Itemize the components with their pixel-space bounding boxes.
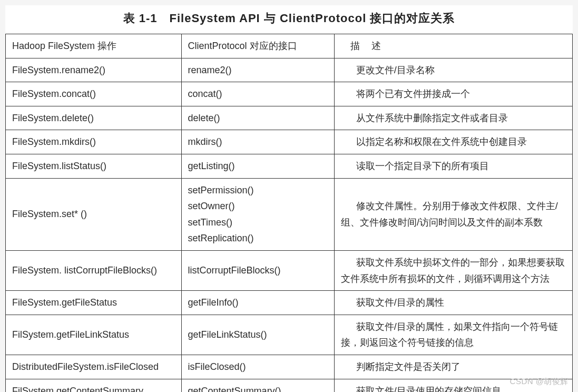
cell-fs: FileSystem. listCorruptFileBlocks()	[6, 250, 182, 290]
cell-fs: FileSystem.mkdirs()	[6, 130, 182, 154]
header-clientprotocol: ClientProtocol 对应的接口	[181, 34, 335, 58]
table-row: DistributedFileSystem.isFileClosed isFil…	[6, 355, 573, 379]
cell-cp: getContentSummary()	[181, 379, 335, 392]
cell-cp: rename2()	[181, 58, 335, 82]
cell-desc: 修改文件属性。分别用于修改文件权限、文件主/组、文件修改时间/访问时间以及文件的…	[335, 178, 573, 250]
cell-cp: getListing()	[181, 154, 335, 178]
header-filesystem-op: Hadoop FileSystem 操作	[6, 34, 182, 58]
cell-desc: 判断指定文件是否关闭了	[335, 355, 573, 379]
cell-cp: listCorruptFileBlocks()	[181, 250, 335, 290]
watermark-text: CSDN @胡俊辉	[510, 377, 569, 387]
table-row: FileSystem.set* () setPermission() setOw…	[6, 178, 573, 250]
cell-desc: 从文件系统中删除指定文件或者目录	[335, 106, 573, 130]
cell-desc: 读取一个指定目录下的所有项目	[335, 154, 573, 178]
header-description: 描述	[335, 34, 573, 58]
table-row: FileSystem.mkdirs() mkdirs() 以指定名称和权限在文件…	[6, 130, 573, 154]
cell-fs: FileSystem.set* ()	[6, 178, 182, 250]
cell-cp: setPermission() setOwner() setTimes() se…	[181, 178, 335, 250]
cell-fs: FileSystem.listStatus()	[6, 154, 182, 178]
cell-desc: 将两个已有文件拼接成一个	[335, 82, 573, 106]
table-row: FileSystem.listStatus() getListing() 读取一…	[6, 154, 573, 178]
cell-cp: getFileLinkStatus()	[181, 315, 335, 355]
cell-fs: FileSystem.getFileStatus	[6, 291, 182, 315]
cell-fs: FileSystem.rename2()	[6, 58, 182, 82]
table-row: FileSystem.delete() delete() 从文件系统中删除指定文…	[6, 106, 573, 130]
cell-fs: FilSystem.getFileLinkStatus	[6, 315, 182, 355]
cell-fs: FileSystem.delete()	[6, 106, 182, 130]
table-row: FileSystem.getFileStatus getFileInfo() 获…	[6, 291, 573, 315]
table-row: FileSystem. listCorruptFileBlocks() list…	[6, 250, 573, 290]
cell-cp: isFileClosed()	[181, 355, 335, 379]
table-row: FileSystem.concat() concat() 将两个已有文件拼接成一…	[6, 82, 573, 106]
cell-cp: mkdirs()	[181, 130, 335, 154]
cell-cp: concat()	[181, 82, 335, 106]
cell-cp: getFileInfo()	[181, 291, 335, 315]
cell-cp: delete()	[181, 106, 335, 130]
table-row: FileSystem.rename2() rename2() 更改文件/目录名称	[6, 58, 573, 82]
cell-fs: FilSystem.getContentSummary	[6, 379, 182, 392]
table-row: FilSystem.getFileLinkStatus getFileLinkS…	[6, 315, 573, 355]
mapping-table: Hadoop FileSystem 操作 ClientProtocol 对应的接…	[5, 34, 573, 392]
cell-fs: FileSystem.concat()	[6, 82, 182, 106]
cell-desc: 获取文件/目录的属性	[335, 291, 573, 315]
cell-desc: 更改文件/目录名称	[335, 58, 573, 82]
cell-fs: DistributedFileSystem.isFileClosed	[6, 355, 182, 379]
cell-desc: 获取文件系统中损坏文件的一部分，如果想要获取文件系统中所有损坏的文件，则循环调用…	[335, 250, 573, 290]
cell-desc: 以指定名称和权限在文件系统中创建目录	[335, 130, 573, 154]
table-row: FilSystem.getContentSummary getContentSu…	[6, 379, 573, 392]
table-caption: 表 1-1 FileSystem API 与 ClientProtocol 接口…	[5, 5, 573, 34]
table-header-row: Hadoop FileSystem 操作 ClientProtocol 对应的接…	[6, 34, 573, 58]
cell-desc: 获取文件/目录的属性，如果文件指向一个符号链接，则返回这个符号链接的信息	[335, 315, 573, 355]
